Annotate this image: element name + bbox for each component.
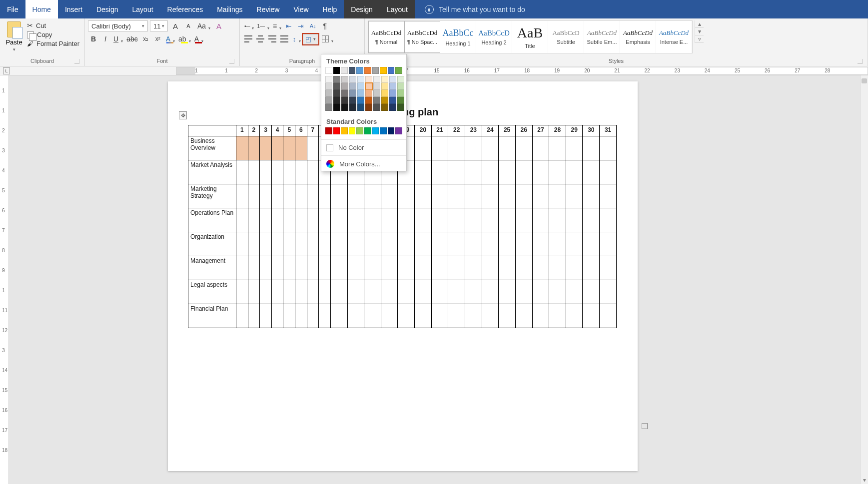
style-item-subtle-em-[interactable]: AaBbCcDdSubtle Em... bbox=[584, 21, 620, 53]
shade-swatch[interactable] bbox=[341, 104, 348, 111]
plan-col-header[interactable]: 6 bbox=[295, 125, 307, 136]
plan-cell[interactable] bbox=[307, 184, 319, 208]
bold-button[interactable]: B bbox=[88, 33, 99, 44]
plan-col-header[interactable]: 31 bbox=[600, 125, 617, 136]
plan-cell[interactable] bbox=[330, 208, 347, 232]
plan-cell[interactable] bbox=[364, 256, 381, 280]
shade-swatch[interactable] bbox=[325, 90, 332, 97]
line-spacing-button[interactable] bbox=[291, 33, 302, 44]
strikethrough-button[interactable]: abc bbox=[125, 33, 139, 44]
table-move-handle[interactable] bbox=[179, 111, 187, 119]
plan-cell[interactable] bbox=[415, 232, 432, 256]
plan-cell[interactable] bbox=[260, 232, 272, 256]
plan-cell[interactable] bbox=[295, 136, 307, 160]
shade-swatch[interactable] bbox=[325, 83, 332, 90]
tab-layout[interactable]: Layout bbox=[125, 0, 160, 18]
tab-references[interactable]: References bbox=[160, 0, 210, 18]
plan-col-header[interactable]: 22 bbox=[448, 125, 465, 136]
superscript-button[interactable]: x² bbox=[152, 33, 163, 44]
tell-me-search[interactable]: Tell me what you want to do bbox=[425, 0, 525, 18]
plan-cell[interactable] bbox=[448, 256, 465, 280]
sort-button[interactable] bbox=[307, 20, 318, 31]
plan-col-header[interactable]: 20 bbox=[415, 125, 432, 136]
shade-swatch[interactable] bbox=[325, 104, 332, 111]
plan-cell[interactable] bbox=[295, 232, 307, 256]
plan-cell[interactable] bbox=[319, 304, 331, 328]
plan-cell[interactable] bbox=[465, 208, 482, 232]
shade-swatch[interactable] bbox=[357, 76, 364, 83]
plan-cell[interactable] bbox=[283, 256, 295, 280]
plan-cell[interactable] bbox=[515, 232, 532, 256]
plan-cell[interactable] bbox=[415, 160, 432, 184]
shade-swatch[interactable] bbox=[389, 97, 396, 104]
plan-cell[interactable] bbox=[271, 208, 283, 232]
plan-cell[interactable] bbox=[330, 184, 347, 208]
plan-cell[interactable] bbox=[295, 304, 307, 328]
font-launcher[interactable] bbox=[229, 59, 234, 64]
plan-cell[interactable] bbox=[381, 256, 398, 280]
plan-cell[interactable] bbox=[307, 208, 319, 232]
plan-col-header[interactable]: 2 bbox=[248, 125, 260, 136]
plan-cell[interactable] bbox=[583, 136, 600, 160]
shade-swatch[interactable] bbox=[373, 76, 380, 83]
shade-swatch[interactable] bbox=[365, 97, 372, 104]
plan-cell[interactable] bbox=[347, 208, 364, 232]
no-color-item[interactable]: No Color bbox=[321, 141, 406, 154]
plan-cell[interactable] bbox=[260, 280, 272, 304]
tab-insert[interactable]: Insert bbox=[58, 0, 89, 18]
shade-swatch[interactable] bbox=[333, 76, 340, 83]
plan-cell[interactable] bbox=[600, 304, 617, 328]
font-size-select[interactable]: 11 ▾ bbox=[150, 20, 168, 31]
plan-cell[interactable] bbox=[532, 304, 549, 328]
copy-button[interactable]: Copy bbox=[27, 31, 79, 38]
plan-cell[interactable] bbox=[347, 304, 364, 328]
plan-cell[interactable] bbox=[248, 184, 260, 208]
plan-cell[interactable] bbox=[448, 280, 465, 304]
plan-cell[interactable] bbox=[398, 232, 415, 256]
table-row[interactable]: Organization bbox=[188, 232, 617, 256]
grow-font-button[interactable]: A bbox=[170, 20, 181, 31]
plan-row-label[interactable]: Operations Plan bbox=[188, 208, 236, 232]
plan-corner-cell[interactable] bbox=[188, 125, 236, 136]
plan-cell[interactable] bbox=[499, 280, 516, 304]
bullets-button[interactable] bbox=[243, 20, 255, 31]
plan-cell[interactable] bbox=[448, 304, 465, 328]
plan-cell[interactable] bbox=[283, 280, 295, 304]
shade-swatch[interactable] bbox=[389, 90, 396, 97]
tab-home[interactable]: Home bbox=[25, 0, 58, 18]
plan-row-label[interactable]: Marketing Strategy bbox=[188, 184, 236, 208]
plan-col-header[interactable]: 30 bbox=[583, 125, 600, 136]
style-item--no-spac-[interactable]: AaBbCcDd¶ No Spac... bbox=[404, 21, 440, 53]
plan-cell[interactable] bbox=[532, 232, 549, 256]
align-center-button[interactable] bbox=[255, 33, 266, 44]
standard-swatch[interactable] bbox=[372, 127, 379, 134]
theme-swatch[interactable] bbox=[333, 67, 340, 74]
shade-swatch[interactable] bbox=[349, 90, 356, 97]
plan-cell[interactable] bbox=[515, 208, 532, 232]
shade-swatch[interactable] bbox=[381, 90, 388, 97]
plan-cell[interactable] bbox=[600, 232, 617, 256]
shade-swatch[interactable] bbox=[341, 90, 348, 97]
standard-swatch[interactable] bbox=[356, 127, 363, 134]
plan-cell[interactable] bbox=[465, 280, 482, 304]
paste-button[interactable]: Paste ▾ bbox=[3, 20, 25, 52]
plan-cell[interactable] bbox=[415, 280, 432, 304]
theme-swatch[interactable] bbox=[325, 67, 332, 74]
shade-swatch[interactable] bbox=[357, 97, 364, 104]
tab-table-layout[interactable]: Layout bbox=[380, 0, 415, 18]
plan-cell[interactable] bbox=[465, 160, 482, 184]
standard-swatch[interactable] bbox=[333, 127, 340, 134]
plan-cell[interactable] bbox=[236, 280, 248, 304]
plan-cell[interactable] bbox=[347, 232, 364, 256]
table-resize-handle[interactable] bbox=[642, 423, 648, 429]
plan-cell[interactable] bbox=[465, 256, 482, 280]
format-painter-button[interactable]: Format Painter bbox=[27, 40, 79, 47]
plan-cell[interactable] bbox=[532, 280, 549, 304]
plan-cell[interactable] bbox=[482, 184, 499, 208]
show-hide-paragraph-button[interactable] bbox=[319, 20, 330, 31]
plan-col-header[interactable]: 24 bbox=[482, 125, 499, 136]
plan-cell[interactable] bbox=[482, 256, 499, 280]
horizontal-ruler[interactable]: 112345671516171819202122232425262728 bbox=[176, 67, 868, 75]
plan-cell[interactable] bbox=[319, 232, 331, 256]
shade-swatch[interactable] bbox=[381, 97, 388, 104]
